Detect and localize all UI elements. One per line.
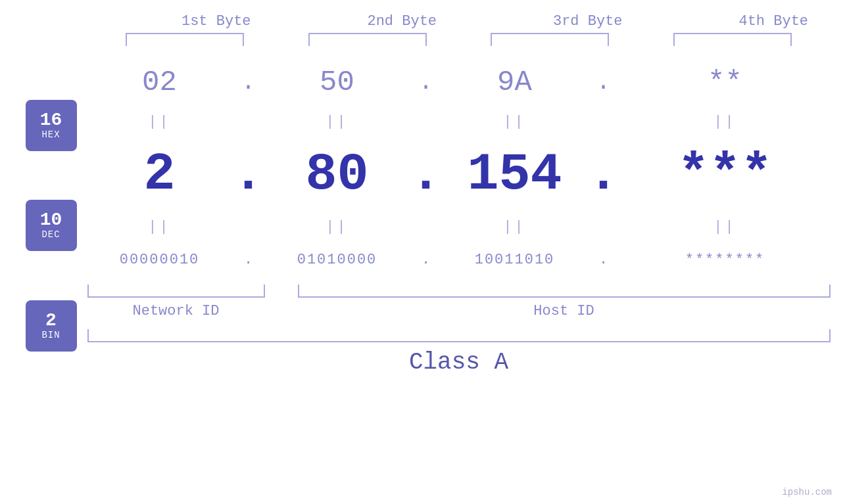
bin-val-4: ********: [685, 252, 765, 268]
bracket-byte-2: [308, 33, 427, 46]
bin-badge: 2 BIN: [26, 300, 77, 352]
byte-label-3: 3rd Byte: [522, 13, 654, 30]
dot-dec-2: .: [410, 145, 443, 204]
dec-badge-num: 10: [40, 211, 62, 229]
hex-val-4: **: [708, 66, 742, 99]
hex-badge: 16 HEX: [26, 100, 77, 151]
full-bracket: [87, 329, 831, 342]
eq-7: ||: [503, 219, 525, 235]
network-id-label: Network ID: [87, 303, 265, 319]
dot-bin-3: .: [587, 252, 620, 268]
bin-badge-label: BIN: [41, 330, 60, 340]
dot-hex-2: .: [410, 69, 443, 96]
bracket-byte-3: [491, 33, 609, 46]
dec-badge-label: DEC: [41, 229, 60, 240]
byte-label-4: 4th Byte: [708, 13, 839, 30]
bracket-byte-4: [673, 33, 792, 46]
badges-column: 16 HEX 10 DEC 2 BIN: [15, 56, 87, 376]
eq-5: ||: [148, 219, 170, 235]
eq-1: ||: [148, 114, 170, 130]
eq-8: ||: [713, 219, 736, 235]
dec-val-1: 2: [143, 145, 175, 204]
byte-label-1: 1st Byte: [151, 13, 282, 30]
hex-val-3: 9A: [497, 66, 532, 99]
page-container: 1st Byte 2nd Byte 3rd Byte 4th Byte 16 H…: [0, 0, 845, 504]
dec-badge: 10 DEC: [26, 200, 77, 251]
byte-label-2: 2nd Byte: [336, 13, 468, 30]
dot-bin-1: .: [232, 252, 265, 268]
values-grid: 02 . 50 . 9A . ** || || || || 2 .: [87, 56, 831, 376]
watermark: ipshu.com: [782, 487, 832, 497]
dot-dec-1: .: [232, 145, 265, 204]
dec-val-4: ***: [677, 145, 772, 204]
bracket-network: [87, 285, 265, 298]
eq-4: ||: [713, 114, 736, 130]
eq-6: ||: [326, 219, 348, 235]
eq-2: ||: [326, 114, 348, 130]
dec-val-2: 80: [305, 145, 368, 204]
class-label: Class A: [87, 349, 831, 376]
dot-hex-3: .: [587, 69, 620, 96]
bin-val-1: 00000010: [120, 252, 200, 268]
eq-3: ||: [503, 114, 525, 130]
bracket-byte-1: [126, 33, 244, 46]
dot-dec-3: .: [587, 145, 620, 204]
hex-val-1: 02: [142, 66, 177, 99]
dec-val-3: 154: [467, 145, 562, 204]
dot-hex-1: .: [232, 69, 265, 96]
hex-val-2: 50: [320, 66, 354, 99]
bin-badge-num: 2: [45, 311, 57, 330]
host-id-label: Host ID: [298, 303, 831, 319]
bin-val-3: 10011010: [475, 252, 555, 268]
hex-badge-num: 16: [40, 111, 62, 129]
bin-val-2: 01010000: [297, 252, 377, 268]
bracket-host: [298, 285, 831, 298]
hex-badge-label: HEX: [41, 129, 60, 140]
dot-bin-2: .: [410, 252, 443, 268]
